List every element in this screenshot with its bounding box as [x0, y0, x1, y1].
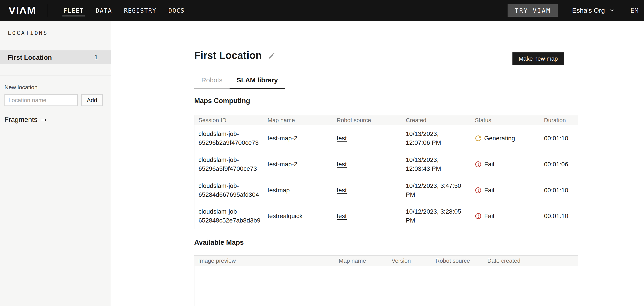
page-title: First Location — [194, 49, 262, 61]
new-location-label: New location — [4, 84, 106, 91]
map-name-cell: test-map-2 — [264, 135, 333, 142]
created-cell: 10/13/2023, 12:07:06 PM — [402, 129, 471, 147]
created-cell: 10/12/2023, 3:28:05 PM — [402, 207, 471, 225]
tab-slam-library[interactable]: SLAM library — [230, 76, 285, 89]
table-row: cloudslam-job-652848c52e7ab8d3b9 testrea… — [194, 203, 578, 229]
table-row: cloudslam-job-65296b2a9f4700ce73 test-ma… — [194, 125, 578, 151]
title-row: First Location Make new map — [194, 49, 578, 65]
fail-status-icon — [475, 161, 482, 168]
table-row: cloudslam-job-65296a5f9f4700ce73 test-ma… — [194, 151, 578, 177]
status-cell: Fail — [471, 161, 540, 168]
robot-source-link[interactable]: test — [337, 187, 347, 194]
map-name-cell: testrealquick — [264, 213, 333, 220]
org-switcher[interactable]: Esha's Org — [572, 7, 614, 14]
column-header-image-preview: Image preview — [194, 257, 335, 264]
arrow-right-icon: → — [41, 116, 46, 124]
new-location-row: Add — [4, 94, 106, 106]
robot-source-cell: test — [333, 187, 402, 194]
robot-source-link[interactable]: test — [337, 213, 347, 219]
edit-location-name-button[interactable] — [268, 52, 276, 60]
robot-source-cell: test — [333, 135, 402, 142]
column-header-robot-source: Robot source — [333, 117, 402, 124]
duration-cell: 00:01:10 — [540, 187, 578, 194]
nav-divider — [47, 4, 47, 17]
map-name-cell: testmap — [264, 187, 333, 194]
primary-nav: FLEET DATA REGISTRY DOCS — [63, 0, 184, 21]
available-maps-header-row: Image preview Map name Version Robot sou… — [194, 255, 578, 266]
nav-item-fleet-label: FLEET — [63, 7, 84, 14]
session-id-cell: cloudslam-job-65296b2a9f4700ce73 — [194, 129, 264, 147]
user-initials[interactable]: EM — [630, 7, 639, 14]
maps-computing-heading: Maps Computing — [194, 97, 578, 105]
pencil-icon — [268, 57, 276, 60]
maps-computing-header-row: Session ID Map name Robot source Created… — [194, 115, 578, 125]
tab-robots[interactable]: Robots — [194, 76, 230, 89]
duration-cell: 00:01:10 — [540, 213, 578, 220]
new-location-section: New location Add — [4, 84, 106, 106]
active-tab-underline — [62, 15, 84, 16]
column-header-created: Created — [402, 117, 471, 124]
column-header-duration: Duration — [540, 117, 578, 124]
status-cell: Fail — [471, 187, 540, 194]
session-id-cell: cloudslam-job-65284d667695afd304 — [194, 181, 264, 199]
org-name: Esha's Org — [572, 7, 605, 14]
location-count-badge: 1 — [94, 54, 98, 61]
nav-item-fleet[interactable]: FLEET — [63, 0, 84, 21]
nav-item-registry-label: REGISTRY — [124, 7, 156, 14]
nav-item-docs[interactable]: DOCS — [168, 0, 185, 21]
sidebar-divider — [0, 75, 111, 76]
available-maps-table: Image preview Map name Version Robot sou… — [194, 255, 578, 306]
main-content: First Location Make new map Robots SLAM … — [111, 21, 644, 306]
location-name: First Location — [8, 54, 52, 61]
column-header-date-created: Date created — [483, 257, 578, 264]
top-nav-bar: VIΛM FLEET DATA REGISTRY DOCS TRY VIAM E… — [0, 0, 644, 21]
table-row: cloudslam-job-65284d667695afd304 testmap… — [194, 177, 578, 203]
generating-status-icon — [475, 135, 482, 142]
page: VIΛM FLEET DATA REGISTRY DOCS TRY VIAM E… — [0, 0, 644, 306]
chevron-down-icon — [609, 7, 615, 13]
available-maps-empty-body — [194, 266, 578, 306]
robot-source-cell: test — [333, 213, 402, 220]
sidebar-item-first-location[interactable]: First Location 1 — [0, 50, 111, 64]
nav-item-data[interactable]: DATA — [96, 0, 112, 21]
duration-cell: 00:01:06 — [540, 161, 578, 168]
session-id-cell: cloudslam-job-65296a5f9f4700ce73 — [194, 155, 264, 173]
fail-status-icon — [475, 187, 482, 194]
content-column: First Location Make new map Robots SLAM … — [194, 49, 578, 306]
column-header-map-name: Map name — [264, 117, 333, 124]
robot-source-link[interactable]: test — [337, 161, 347, 168]
duration-cell: 00:01:10 — [540, 135, 578, 142]
location-tabs: Robots SLAM library — [194, 76, 578, 89]
column-header-status: Status — [471, 117, 540, 124]
make-new-map-button[interactable]: Make new map — [512, 52, 564, 65]
status-cell: Generating — [471, 135, 540, 142]
status-label: Fail — [484, 187, 494, 194]
available-maps-heading: Available Maps — [194, 239, 578, 247]
session-id-cell: cloudslam-job-652848c52e7ab8d3b9 — [194, 207, 264, 225]
fragments-label: Fragments — [4, 116, 37, 124]
map-name-cell: test-map-2 — [264, 161, 333, 168]
created-cell: 10/13/2023, 12:03:43 PM — [402, 155, 471, 173]
column-header-session-id: Session ID — [194, 117, 264, 124]
column-header-robot-source: Robot source — [432, 257, 483, 264]
nav-item-docs-label: DOCS — [168, 7, 185, 14]
locations-sidebar: LOCATIONS First Location 1 New location … — [0, 21, 111, 306]
fail-status-icon — [475, 213, 482, 219]
locations-section-title: LOCATIONS — [8, 30, 111, 36]
robot-source-cell: test — [333, 161, 402, 168]
column-header-version: Version — [388, 257, 432, 264]
status-label: Fail — [484, 161, 494, 168]
robot-source-link[interactable]: test — [337, 135, 347, 142]
topbar-right-cluster: TRY VIAM Esha's Org EM — [508, 4, 644, 17]
viam-logo[interactable]: VIΛM — [8, 5, 36, 16]
nav-item-registry[interactable]: REGISTRY — [124, 0, 156, 21]
add-location-button[interactable]: Add — [81, 94, 103, 106]
location-name-input[interactable] — [4, 94, 78, 106]
created-cell: 10/12/2023, 3:47:50 PM — [402, 181, 471, 199]
try-viam-button[interactable]: TRY VIAM — [508, 4, 558, 17]
fragments-link[interactable]: Fragments → — [4, 116, 106, 124]
nav-item-data-label: DATA — [96, 7, 112, 14]
status-label: Fail — [484, 213, 494, 220]
body-wrap: LOCATIONS First Location 1 New location … — [0, 21, 644, 306]
status-label: Generating — [484, 135, 515, 142]
